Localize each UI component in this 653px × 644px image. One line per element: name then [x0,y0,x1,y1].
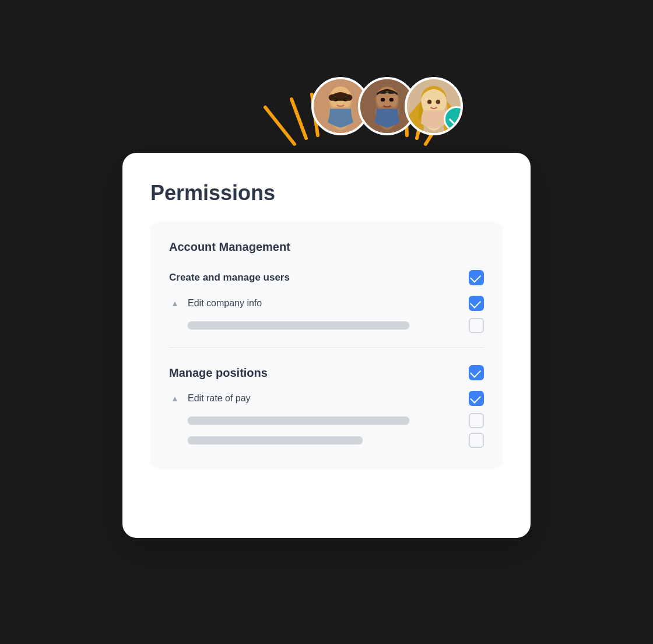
edit-rate-placeholder-row-1 [169,411,484,430]
edit-company-info-row: ▲ Edit company info [169,291,484,316]
avatars-group [311,77,463,135]
manage-positions-title: Manage positions [169,366,268,380]
edit-company-info-subrow-placeholder [169,316,484,335]
edit-rate-of-pay-label: Edit rate of pay [188,393,251,404]
scene: Permissions Account Management Create an… [87,83,566,561]
edit-rate-of-pay-row: ▲ Edit rate of pay [169,386,484,411]
section-divider [169,347,484,348]
edit-rate-of-pay-checkbox[interactable] [469,391,484,406]
svg-rect-9 [329,94,352,101]
svg-rect-17 [380,91,386,94]
placeholder-bar-2 [188,416,409,425]
svg-point-15 [381,98,385,102]
edit-company-info-label: Edit company info [188,298,262,309]
svg-point-23 [436,100,440,104]
content-area: Account Management Create and manage use… [150,222,503,469]
create-manage-users-checkbox[interactable] [469,270,484,285]
manage-positions-checkbox[interactable] [469,365,484,380]
avatar-3 [405,77,463,135]
manage-positions-row: Manage positions [169,359,484,386]
manage-positions-section: Manage positions ▲ Edit rate of pay [169,359,484,450]
chevron-up-icon-2[interactable]: ▲ [169,394,181,403]
page-title: Permissions [150,181,503,205]
edit-company-info-left: ▲ Edit company info [169,298,262,309]
permissions-card: Permissions Account Management Create an… [122,153,531,538]
create-manage-users-label: Create and manage users [169,272,290,284]
placeholder-bar-1 [188,321,409,330]
edit-rate-placeholder-row-2 [169,430,484,450]
create-manage-users-row: Create and manage users [169,264,484,291]
placeholder-2-checkbox[interactable] [469,413,484,428]
svg-point-11 [343,98,347,102]
edit-rate-of-pay-left: ▲ Edit rate of pay [169,393,251,404]
account-management-section: Account Management Create and manage use… [169,240,484,335]
svg-point-22 [427,100,431,104]
svg-point-16 [389,98,394,102]
svg-point-10 [333,98,338,102]
svg-line-1 [292,99,306,138]
account-management-title: Account Management [169,240,484,254]
edit-company-info-checkbox[interactable] [469,296,484,311]
placeholder-1-checkbox[interactable] [469,318,484,333]
svg-line-0 [265,107,294,144]
chevron-up-icon[interactable]: ▲ [169,299,181,308]
placeholder-bar-3 [188,436,363,444]
placeholder-3-checkbox[interactable] [469,433,484,448]
svg-rect-18 [388,91,395,94]
